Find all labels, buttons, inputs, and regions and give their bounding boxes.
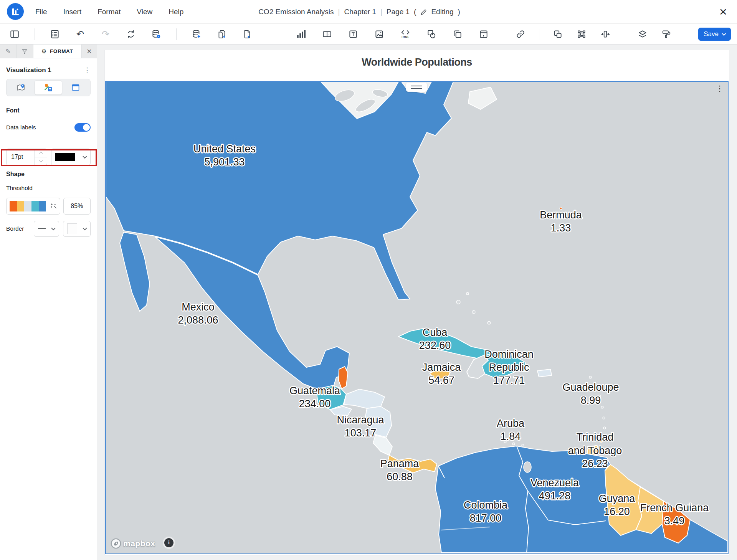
group-selection-button[interactable] (576, 28, 587, 40)
tab-filter[interactable] (17, 45, 33, 58)
chart-title[interactable]: Worldwide Populations (105, 56, 729, 68)
paren-open: ( (414, 8, 416, 16)
svg-text:Guatemala: Guatemala (289, 385, 340, 396)
menu-insert[interactable]: Insert (63, 8, 82, 16)
menu-view[interactable]: View (137, 8, 152, 16)
data-labels-toggle[interactable] (74, 123, 91, 132)
svg-text:Republic: Republic (489, 362, 529, 373)
font-size-decrease-button[interactable] (35, 157, 47, 165)
svg-text:French Guiana: French Guiana (640, 502, 709, 514)
lake-maracaibo (524, 462, 531, 472)
main-menu: File Insert Format View Help (35, 0, 183, 24)
doc-page[interactable]: Page 1 (387, 8, 410, 16)
border-color-select[interactable] (63, 221, 91, 237)
map-drag-handle[interactable] (406, 83, 427, 92)
svg-text:491.28: 491.28 (539, 490, 571, 502)
svg-text:232.60: 232.60 (419, 340, 451, 351)
doc-name[interactable]: CO2 Emission Analysis (258, 8, 334, 16)
svg-text:26.23: 26.23 (582, 458, 608, 469)
visualization-menu-button[interactable]: ⋮ (84, 66, 91, 74)
border-label: Border (6, 225, 30, 232)
app-logo-icon[interactable] (7, 3, 24, 20)
font-color-select[interactable] (51, 149, 91, 165)
toolbar-divider (539, 28, 539, 40)
refresh-data-button[interactable] (126, 28, 136, 40)
window-close-button[interactable]: × (716, 4, 731, 19)
insert-text-button[interactable] (348, 28, 359, 40)
paren-close: ) (458, 8, 460, 16)
country-mexico-baja[interactable] (120, 232, 150, 311)
svg-text:8.99: 8.99 (581, 395, 601, 406)
threshold-value-input[interactable]: 85% (63, 198, 91, 215)
svg-text:16.20: 16.20 (604, 506, 630, 517)
format-mode-switcher (6, 79, 91, 96)
svg-text:Guadeloupe: Guadeloupe (562, 382, 619, 393)
layers-button[interactable] (637, 28, 648, 40)
threshold-color-1 (10, 201, 17, 211)
redo-button[interactable]: ↷ (100, 28, 111, 40)
font-size-stepper[interactable]: 17pt (6, 149, 47, 165)
copy-element-button[interactable] (452, 28, 463, 40)
magic-wand-icon (50, 203, 57, 210)
panel-close-button[interactable]: × (82, 45, 97, 58)
shape-section-heading: Shape (6, 171, 91, 178)
map-visualization[interactable]: United States 5,901.33 Bermuda 1.33 Mexi… (105, 81, 729, 554)
map-options-button[interactable]: ⋮ (715, 84, 725, 96)
edit-mode-label: Editing (431, 8, 453, 16)
save-button[interactable]: Save (698, 28, 731, 41)
map-attribution-info-button[interactable]: i (163, 537, 175, 549)
visualization-title: Visualization 1 (6, 66, 51, 74)
mode-header-button[interactable] (62, 80, 89, 95)
insert-shape-button[interactable] (426, 28, 437, 40)
tab-edit[interactable]: ✎ (0, 45, 17, 58)
threshold-palette-button[interactable] (6, 198, 60, 215)
tab-format[interactable]: ⚙ FORMAT (33, 45, 82, 58)
svg-text:Aruba: Aruba (497, 418, 525, 429)
font-size-increase-button[interactable] (35, 149, 47, 157)
mapbox-logo-icon (111, 538, 121, 549)
link-button[interactable] (515, 28, 526, 40)
separator: | (338, 8, 340, 16)
country-united-states[interactable] (106, 82, 453, 300)
toolbar-divider (624, 28, 624, 40)
toolbar-divider (35, 28, 35, 40)
data-source-info-button[interactable] (151, 28, 162, 40)
toggle-sidebar-button[interactable] (9, 28, 20, 40)
country-honduras[interactable] (344, 389, 385, 408)
menu-help[interactable]: Help (169, 8, 183, 16)
svg-text:103.17: 103.17 (345, 427, 377, 439)
mode-labels-button[interactable] (35, 80, 62, 95)
svg-text:Bermuda: Bermuda (540, 209, 582, 221)
header-frame-icon (71, 83, 80, 92)
paint-style-button[interactable] (661, 28, 672, 40)
mode-map-button[interactable] (8, 80, 35, 95)
font-size-value: 17pt (7, 154, 34, 160)
merge-shapes-button[interactable] (552, 28, 563, 40)
menu-format[interactable]: Format (97, 8, 121, 16)
duplicate-page-button[interactable] (216, 28, 227, 40)
border-style-select[interactable] (34, 221, 59, 237)
svg-text:177.71: 177.71 (493, 375, 525, 386)
svg-text:234.00: 234.00 (299, 398, 331, 410)
app-window: File Insert Format View Help CO2 Emissio… (0, 0, 737, 560)
insert-chart-button[interactable] (296, 28, 306, 40)
gear-icon: ⚙ (41, 48, 47, 55)
insert-html-button[interactable]: HTML (400, 28, 411, 40)
svg-text:1.84: 1.84 (501, 431, 521, 442)
map-widget[interactable]: Worldwide Populations (104, 50, 729, 555)
svg-text:60.88: 60.88 (387, 471, 413, 482)
doc-chapter[interactable]: Chapter 1 (344, 8, 376, 16)
add-page-button[interactable] (242, 28, 253, 40)
insert-image-button[interactable] (374, 28, 385, 40)
undo-button[interactable]: ↶ (75, 28, 86, 40)
outline-list-button[interactable] (50, 28, 60, 40)
insert-control-button[interactable] (322, 28, 332, 40)
add-data-source-button[interactable] (191, 28, 202, 40)
menu-file[interactable]: File (35, 8, 47, 16)
align-center-button[interactable] (600, 28, 611, 40)
insert-info-card-button[interactable] (478, 28, 489, 40)
border-color-swatch (67, 223, 77, 234)
mapbox-logo[interactable]: mapbox (111, 538, 155, 549)
svg-text:Mexico: Mexico (182, 301, 215, 313)
svg-text:2,088.06: 2,088.06 (178, 314, 218, 326)
